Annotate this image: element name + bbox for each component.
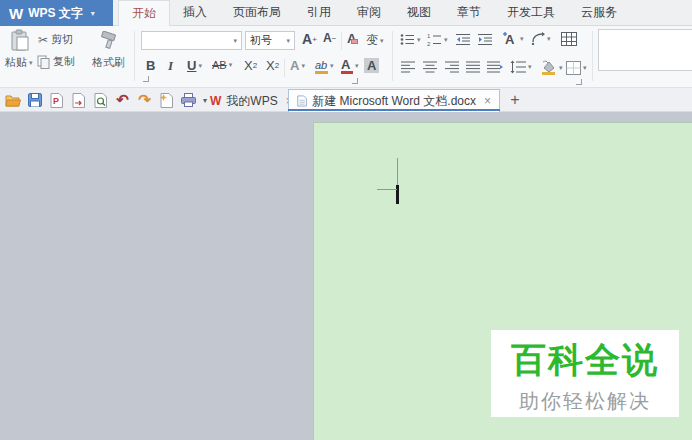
export-pdf-button[interactable]: P [48,92,65,108]
style-gallery[interactable] [598,29,692,71]
char-shading-icon: A [364,58,379,73]
wps-logo-button[interactable]: W WPS 文字 ▾ [0,0,113,26]
tab-cloud[interactable]: 云服务 [568,0,630,26]
clear-format-button[interactable]: A [347,31,356,46]
text-tools-dropdown-icon[interactable]: ▾ [520,35,524,43]
group-separator [392,31,393,81]
save-icon [28,93,42,107]
undo-button[interactable]: ↶ [114,92,131,108]
font-size-select[interactable]: 初号 ▾ [245,31,295,50]
table-grid-button[interactable] [561,32,577,46]
underline-dropdown-icon[interactable]: ▾ [198,62,202,70]
print-preview-button[interactable] [92,92,109,108]
paste-button[interactable] [9,29,31,52]
export-pdf-icon: P [50,93,63,108]
wps-w-icon: W [210,94,221,108]
char-shading-button[interactable]: A [364,58,379,73]
bullets-dropdown-icon[interactable]: ▾ [417,36,421,44]
format-painter-button[interactable] [99,31,119,51]
line-spacing-button[interactable]: ▾ [510,60,532,74]
tab-page-layout[interactable]: 页面布局 [220,0,294,26]
paragraph-dialog-launcher[interactable] [576,79,582,85]
text-effects-dropdown-icon[interactable]: ▾ [301,62,305,70]
increase-indent-button[interactable] [478,33,493,46]
svg-text:2: 2 [427,41,431,47]
text-cursor-guide-horizontal [377,189,397,190]
shading-dropdown-icon[interactable]: ▾ [559,64,563,72]
grow-font-icon: A [302,31,312,47]
tab-home[interactable]: 开始 [118,0,170,26]
clipboard-dialog-launcher[interactable] [143,76,149,82]
underline-button[interactable]: U ▾ [187,58,202,73]
save-button[interactable] [26,92,43,108]
strikethrough-icon: AB [212,59,227,71]
tab-references[interactable]: 引用 [294,0,344,26]
redo-button[interactable]: ↷ [136,92,153,108]
borders-dropdown-icon[interactable]: ▾ [583,64,587,72]
decrease-indent-button[interactable] [456,33,471,46]
distribute-button[interactable] [487,61,503,73]
strikethrough-button[interactable]: AB ▾ [212,59,232,71]
bullets-button[interactable]: ▾ [400,33,421,46]
borders-button[interactable]: ▾ [566,61,587,75]
text-tools-button[interactable]: A ▾ [502,31,524,46]
paste-label-button[interactable]: 粘贴 ▾ [5,55,33,70]
new-document-button[interactable] [158,92,175,108]
export-button[interactable] [70,92,87,108]
print-button[interactable] [180,92,197,108]
watermark-subtitle: 助你轻松解决 [491,388,679,415]
format-painter-label-button[interactable]: 格式刷 [92,55,125,70]
font-name-dropdown-icon[interactable]: ▾ [233,37,237,45]
font-size-dropdown-icon[interactable]: ▾ [286,37,290,45]
font-dialog-launcher[interactable] [352,78,358,84]
phonetic-guide-button[interactable]: 变 ▾ [366,32,384,49]
doc-tab-label: 我的WPS [226,93,277,110]
cut-button[interactable]: ✂ 剪切 [38,32,73,47]
paragraph-layout-dropdown-icon[interactable]: ▾ [547,35,551,43]
font-color-button[interactable]: A ▾ [341,57,359,74]
justify-button[interactable] [466,61,480,73]
tab-section[interactable]: 章节 [444,0,494,26]
clear-format-icon: A [347,31,356,46]
doc-tab-my-wps[interactable]: W 我的WPS × [210,90,293,112]
close-tab-icon[interactable]: × [484,94,491,108]
italic-button[interactable]: I [168,58,173,74]
subscript-icon: X [266,58,275,73]
highlight-dropdown-icon[interactable]: ▾ [330,62,334,70]
copy-button[interactable]: 复制 [37,54,75,69]
align-right-button[interactable] [445,61,459,73]
bold-button[interactable]: B [146,58,155,73]
group-separator [592,31,593,81]
highlight-color-button[interactable]: ab ▾ [315,58,334,74]
numbering-dropdown-icon[interactable]: ▾ [444,36,448,44]
shrink-font-button[interactable]: A− [323,31,336,45]
text-effects-button[interactable]: A ▾ [290,58,305,73]
bold-icon: B [146,58,155,73]
strikethrough-dropdown-icon[interactable]: ▾ [229,61,233,69]
line-spacing-dropdown-icon[interactable]: ▾ [528,63,532,71]
grow-font-button[interactable]: A+ [302,31,317,47]
phonetic-guide-dropdown-icon[interactable]: ▾ [380,37,384,45]
paste-dropdown-icon[interactable]: ▾ [29,59,33,67]
italic-icon: I [168,58,173,74]
document-area[interactable]: 百科全说 助你轻松解决 [0,112,692,440]
tab-insert[interactable]: 插入 [170,0,220,26]
align-center-button[interactable] [423,61,437,73]
subscript-button[interactable]: X2 [266,58,279,73]
font-name-select[interactable]: ▾ [141,31,242,50]
tab-review[interactable]: 审阅 [344,0,394,26]
numbering-button[interactable]: 12 ▾ [427,33,448,46]
paragraph-layout-button[interactable]: ▾ [531,32,551,45]
align-left-button[interactable] [401,61,415,73]
font-color-dropdown-icon[interactable]: ▾ [355,62,359,70]
open-button[interactable] [4,92,21,108]
shading-color-button[interactable]: ▾ [540,60,563,75]
new-tab-button[interactable]: + [506,91,524,109]
tab-view[interactable]: 视图 [394,0,444,26]
superscript-button[interactable]: X2 [244,58,257,73]
tab-developer[interactable]: 开发工具 [494,0,568,26]
ribbon-tab-strip: 开始 插入 页面布局 引用 审阅 视图 章节 开发工具 云服务 [118,0,630,26]
document-icon [297,94,307,108]
copy-icon [37,55,50,69]
numbering-icon: 12 [427,33,442,46]
